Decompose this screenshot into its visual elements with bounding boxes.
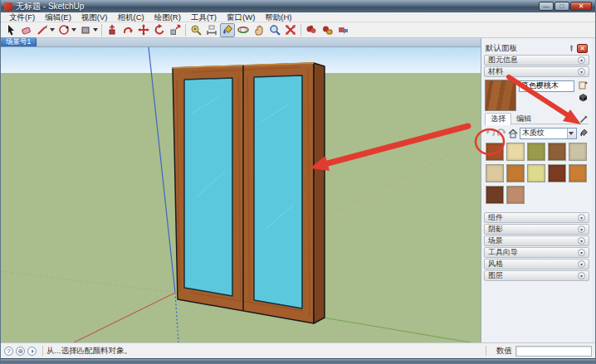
collapse-toggle-icon[interactable]: ▾ [578,237,585,245]
collapse-toggle-icon[interactable]: ▾ [578,260,585,268]
materials-tabs: 选择 编辑 [485,114,589,124]
create-material-icon[interactable] [578,80,588,90]
warehouse-share-icon[interactable] [320,23,335,37]
zoom-tool-icon[interactable] [267,23,282,37]
material-swatch[interactable] [527,143,545,161]
toolbar-separator [300,24,301,36]
rectangle-tool-icon[interactable] [78,23,93,37]
collapse-toggle-icon[interactable]: ▾ [578,226,585,233]
material-swatch[interactable] [527,164,545,182]
paint-sample-icon[interactable] [579,129,589,138]
share-component-icon[interactable] [335,23,350,37]
arc-tool-dropdown-icon[interactable] [71,28,76,32]
menu-camera[interactable]: 相机(C) [112,12,149,22]
section-shadows[interactable]: 阴影 ▾ [484,224,589,235]
collapse-toggle-icon[interactable]: ▾ [578,56,585,64]
active-material-preview[interactable] [485,80,516,111]
material-swatch[interactable] [506,143,525,161]
tray-header: 默认面板 ✕ [484,42,589,54]
minimize-button[interactable]: — [539,2,554,11]
door-model [173,63,325,323]
menu-help[interactable]: 帮助(H) [260,12,296,22]
maximize-button[interactable]: □ [554,2,569,11]
tab-edit[interactable]: 编辑 [511,114,536,124]
section-layers[interactable]: 图层 ▾ [484,270,589,281]
menu-bar: 文件(F) 编辑(E) 视图(V) 相机(C) 绘图(R) 工具(T) 窗口(W… [1,12,595,22]
sample-paint-icon[interactable] [578,92,588,102]
door-glass-left [184,78,232,296]
material-swatch-grid [485,139,589,209]
geolocation-icon[interactable]: ⊕ [16,347,25,356]
rectangle-tool-dropdown-icon[interactable] [93,28,98,32]
paint-bucket-tool-icon[interactable] [220,23,235,37]
forward-arrow-icon[interactable] [496,129,506,138]
material-swatch[interactable] [548,143,566,161]
sketchup-logo-icon [4,2,12,11]
move-tool-icon[interactable] [136,23,151,37]
orbit-tool-icon[interactable] [236,23,251,37]
tray-title: 默认面板 [486,43,568,54]
door-glass-right [254,75,302,308]
section-styles[interactable]: 风格 ▾ [484,259,589,269]
menu-view[interactable]: 视图(V) [76,12,113,22]
default-tray-panel: 默认面板 ✕ 图元信息 ▾ 材料 ▾ [481,38,592,342]
dimension-tool-icon[interactable] [204,23,219,37]
material-swatch[interactable] [569,143,587,161]
pin-icon[interactable] [568,45,575,52]
section-components[interactable]: 组件 ▾ [484,212,589,223]
section-scenes[interactable]: 场景 ▾ [484,235,589,246]
arc-tool-icon[interactable] [56,23,71,37]
material-swatch[interactable] [548,164,566,182]
menu-window[interactable]: 窗口(W) [222,12,260,22]
material-swatch[interactable] [569,164,587,182]
materials-nav-row: 木质纹 [485,127,589,139]
tape-measure-tool-icon[interactable] [188,23,203,37]
toolbar-separator [101,24,102,36]
collapse-toggle-icon[interactable]: ▾ [578,272,585,279]
line-tool-icon[interactable] [35,23,50,37]
close-button[interactable]: ✕ [570,2,592,11]
tray-close-icon[interactable]: ✕ [577,44,588,53]
back-arrow-icon[interactable] [485,129,495,138]
toolbar-separator [185,24,186,36]
zoom-extents-tool-icon[interactable] [283,23,298,37]
help-icon[interactable]: ? [4,347,13,356]
credits-icon[interactable]: ◑ [27,347,37,356]
collapse-toggle-icon[interactable]: ▾ [578,214,585,221]
line-tool-dropdown-icon[interactable] [50,28,55,32]
material-category-dropdown[interactable]: 木质纹 [520,128,577,139]
pan-tool-icon[interactable] [252,23,266,37]
material-swatch[interactable] [506,186,525,204]
collapse-toggle-icon[interactable]: ▾ [578,68,585,75]
collapse-toggle-icon[interactable]: ▾ [578,249,585,256]
tab-select[interactable]: 选择 [485,113,511,125]
section-instructor[interactable]: 工具向导 ▾ [484,247,589,258]
measurement-input[interactable] [515,346,592,357]
dropdown-arrow-icon[interactable] [567,129,576,138]
scene-tab-1[interactable]: 场景号1 [1,37,37,46]
follow-me-tool-icon[interactable] [120,23,135,37]
sketchup-window: 无标题 - SketchUp — □ ✕ 文件(F) 编辑(E) 视图(V) 相… [0,0,596,364]
select-tool-icon[interactable] [3,23,18,37]
material-swatch[interactable] [486,143,504,161]
menu-file[interactable]: 文件(F) [4,12,40,22]
menu-draw[interactable]: 绘图(R) [149,12,186,22]
material-swatch[interactable] [506,164,525,182]
menu-edit[interactable]: 编辑(E) [40,12,76,22]
eraser-tool-icon[interactable] [19,23,34,37]
measurement-label: 数值 [496,346,512,357]
model-viewport[interactable] [1,47,481,342]
section-materials[interactable]: 材料 ▾ [484,66,589,77]
material-name-input[interactable] [519,80,574,92]
warehouse-get-models-icon[interactable] [304,23,319,37]
eyedropper-icon[interactable] [579,114,589,124]
window-bottom-border [1,358,595,364]
scale-tool-icon[interactable] [168,23,183,37]
menu-tools[interactable]: 工具(T) [186,12,222,22]
in-model-home-icon[interactable] [508,129,518,138]
section-entity-info[interactable]: 图元信息 ▾ [484,55,589,66]
material-swatch[interactable] [486,186,504,204]
material-swatch[interactable] [486,164,504,182]
rotate-tool-icon[interactable] [152,23,167,37]
push-pull-tool-icon[interactable] [105,23,120,37]
